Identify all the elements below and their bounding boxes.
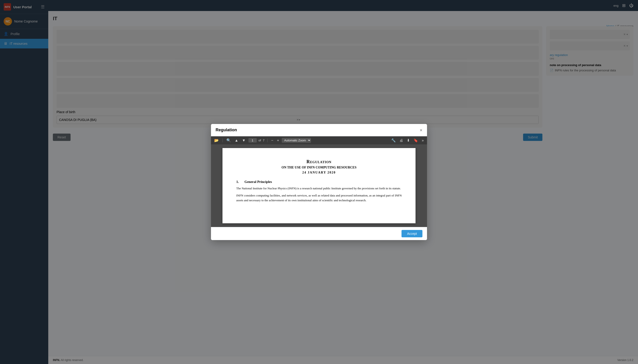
modal-footer: Accept xyxy=(211,227,427,240)
pdf-doc-title: Regulation xyxy=(236,159,402,164)
pdf-bookmark-btn[interactable]: 🔖 xyxy=(412,138,419,143)
pdf-more-btn[interactable]: » xyxy=(421,138,425,143)
pdf-page: Regulation ON THE USE OF INFN COMPUTING … xyxy=(223,148,415,223)
pdf-page-of: of xyxy=(259,138,261,142)
pdf-page-input[interactable]: 1 xyxy=(249,138,257,142)
pdf-download-btn[interactable]: ⬇ xyxy=(406,138,411,143)
pdf-zoom-select[interactable]: Automatic Zoom xyxy=(282,138,311,143)
pdf-print-btn[interactable]: 🖨 xyxy=(398,138,404,143)
pdf-section-1-title: 1. General Principles xyxy=(236,180,402,184)
modal-overlay[interactable]: Regulation × 📂 🔍 ▲ ▼ 1 of 7 − + xyxy=(0,0,638,364)
regulation-modal: Regulation × 📂 🔍 ▲ ▼ 1 of 7 − + xyxy=(211,124,427,240)
pdf-doc-date: 24 JANUARY 2020 xyxy=(236,171,402,174)
pdf-content: Regulation ON THE USE OF INFN COMPUTING … xyxy=(211,144,427,227)
pdf-next-btn[interactable]: ▼ xyxy=(241,138,247,143)
pdf-search-btn[interactable]: 🔍 xyxy=(226,138,232,143)
pdf-open-btn[interactable]: 📂 xyxy=(213,138,220,143)
pdf-para-1: The National Institute for Nuclear Physi… xyxy=(236,186,402,191)
pdf-para-2: INFN considers computing facilities, and… xyxy=(236,193,402,203)
pdf-viewer: 📂 🔍 ▲ ▼ 1 of 7 − + Automatic Zoom 🔧 xyxy=(211,136,427,227)
pdf-page-total: 7 xyxy=(263,138,265,142)
pdf-zoom-out-btn[interactable]: − xyxy=(270,138,274,143)
pdf-doc-subtitle: ON THE USE OF INFN COMPUTING RESOURCES xyxy=(236,166,402,170)
accept-button[interactable]: Accept xyxy=(401,230,422,237)
pdf-toolbar: 📂 🔍 ▲ ▼ 1 of 7 − + Automatic Zoom 🔧 xyxy=(211,136,427,144)
pdf-zoom-in-btn[interactable]: + xyxy=(276,138,280,143)
modal-body: 📂 🔍 ▲ ▼ 1 of 7 − + Automatic Zoom 🔧 xyxy=(211,136,427,227)
modal-header: Regulation × xyxy=(211,124,427,136)
pdf-prev-btn[interactable]: ▲ xyxy=(234,138,239,143)
pdf-tools-btn[interactable]: 🔧 xyxy=(390,138,397,143)
modal-title: Regulation xyxy=(216,128,237,132)
modal-close-button[interactable]: × xyxy=(420,128,422,132)
